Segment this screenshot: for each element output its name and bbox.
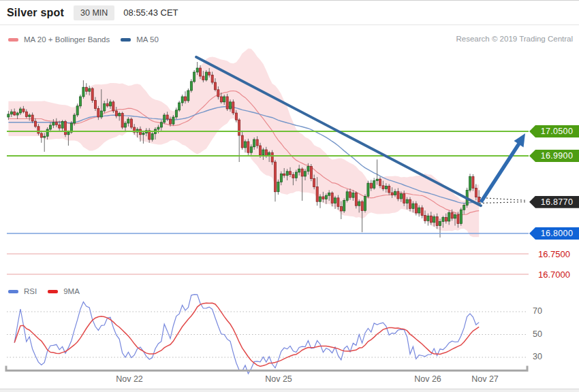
support-label-16-7000: 16.7000 — [531, 269, 578, 280]
resistance-label-17-0500: 17.0500 — [529, 125, 579, 137]
last-price-label: 16.8770 — [529, 196, 579, 208]
chart-canvas — [0, 1, 579, 392]
legend-item-rsi: RSI — [8, 287, 37, 295]
last-price-leader — [480, 198, 527, 203]
x-axis-bracket — [6, 366, 527, 371]
forecast-arrow-shaft — [481, 144, 519, 202]
rsi-tick-30: 30 — [533, 352, 557, 361]
x-axis-label-nov27: Nov 27 — [463, 374, 507, 384]
legend-label: 9MA — [63, 287, 80, 295]
bottom-strip — [0, 389, 579, 392]
x-axis-label-nov26: Nov 26 — [406, 374, 450, 384]
resistance-label-16-9900: 16.9900 — [529, 150, 579, 162]
support-label-16-7500: 16.7500 — [531, 248, 578, 259]
x-axis-label-nov22: Nov 22 — [108, 374, 151, 384]
support-label-16-8000: 16.8000 — [529, 227, 579, 240]
rsi-legend: RSI 9MA — [8, 287, 80, 295]
legend-label: RSI — [24, 287, 37, 295]
trading-central-chart-widget: Silver spot 30 MIN 08:55:43 CET Research… — [0, 0, 579, 392]
rsi-tick-70: 70 — [533, 306, 557, 316]
rsi-swatch — [8, 290, 18, 293]
legend-item-9ma: 9MA — [48, 287, 80, 295]
rsi-tick-50: 50 — [533, 329, 557, 339]
rsi-9ma-swatch — [48, 290, 58, 293]
x-axis-label-nov25: Nov 25 — [257, 374, 300, 384]
bollinger-band-fill — [8, 48, 479, 237]
